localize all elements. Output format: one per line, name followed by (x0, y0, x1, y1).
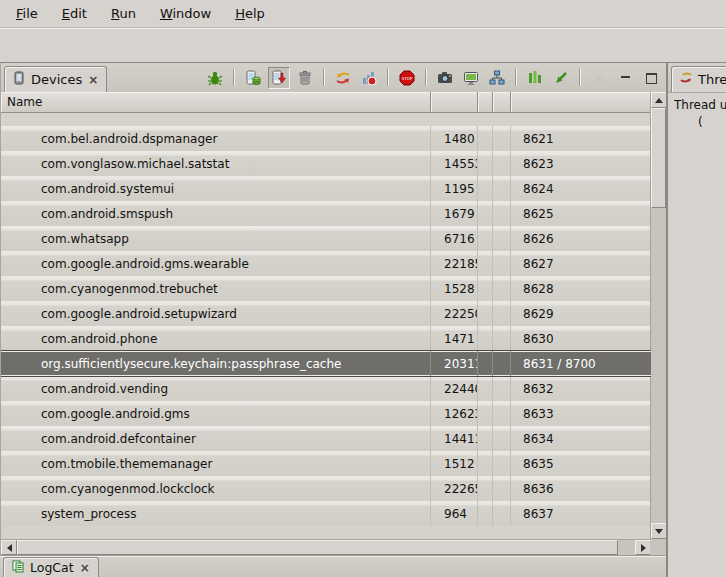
process-port: 8627 (511, 251, 651, 276)
process-spacer-2 (493, 401, 511, 426)
vertical-scroll-thumb[interactable] (651, 108, 666, 208)
screen-capture-icon[interactable] (434, 67, 456, 89)
process-row[interactable]: com.android.defcontainer 14411 8634 (1, 426, 651, 451)
menu-file[interactable]: File (6, 3, 48, 24)
process-name: com.whatsapp (1, 226, 431, 251)
process-name: com.tmobile.thememanager (1, 451, 431, 476)
threads-message-line-2: ( (698, 115, 703, 129)
minimize-icon[interactable] (614, 67, 636, 89)
process-port: 8637 (511, 501, 651, 526)
close-icon[interactable]: × (87, 73, 99, 87)
scrollbar-corner (650, 539, 666, 555)
tab-devices[interactable]: Devices × (4, 66, 107, 92)
scroll-left-button[interactable] (1, 540, 17, 555)
process-row[interactable]: com.android.vending 22440 8632 (1, 376, 651, 401)
dump-view-hierarchy-icon[interactable] (486, 67, 508, 89)
process-pid: 14553 (431, 151, 478, 176)
stop-process-icon[interactable]: STOP (396, 67, 418, 89)
process-row[interactable]: com.android.systemui 1195 8624 (1, 176, 651, 201)
cause-gc-icon[interactable] (294, 67, 316, 89)
process-spacer-2 (493, 276, 511, 301)
menu-edit[interactable]: Edit (52, 3, 97, 24)
process-row[interactable]: com.google.android.setupwizard 22250 862… (1, 301, 651, 326)
update-threads-icon[interactable] (332, 67, 354, 89)
process-row[interactable]: system_process 964 8637 (1, 501, 651, 526)
process-pid: 1480 (431, 126, 478, 151)
process-pid: 1528 (431, 276, 478, 301)
process-spacer-1 (478, 176, 493, 201)
process-row[interactable]: com.tmobile.thememanager 1512 8635 (1, 451, 651, 476)
view-menu-icon[interactable]: ▽ (588, 67, 610, 89)
process-port: 8626 (511, 226, 651, 251)
process-name: com.android.defcontainer (1, 426, 431, 451)
process-name: system_process (1, 501, 431, 526)
scroll-right-button[interactable] (635, 540, 651, 555)
horizontal-scrollbar[interactable] (1, 539, 651, 555)
process-spacer-1 (478, 351, 493, 376)
process-port: 8631 / 8700 (511, 351, 651, 376)
process-pid: 14411 (431, 426, 478, 451)
process-spacer-1 (478, 376, 493, 401)
systrace-icon[interactable] (524, 67, 546, 89)
stop-method-profiling-icon[interactable] (358, 67, 380, 89)
menu-run[interactable]: Run (101, 3, 146, 24)
process-port: 8624 (511, 176, 651, 201)
process-spacer-2 (493, 151, 511, 176)
process-row[interactable]: com.vonglasow.michael.satstat 14553 8623 (1, 151, 651, 176)
process-row[interactable]: com.whatsapp 6716 8626 (1, 226, 651, 251)
process-port: 8633 (511, 401, 651, 426)
threads-message-line-1: Thread up (674, 98, 726, 112)
update-heap-icon[interactable] (242, 67, 264, 89)
process-row[interactable]: com.android.smspush 1679 8625 (1, 201, 651, 226)
menu-help[interactable]: Help (225, 3, 275, 24)
toolbar-separator (323, 69, 325, 86)
process-pid: 22250 (431, 301, 478, 326)
debug-process-icon[interactable] (204, 67, 226, 89)
process-spacer-2 (493, 426, 511, 451)
column-header-spacer-2[interactable] (493, 92, 511, 112)
process-row[interactable]: org.sufficientlysecure.keychain:passphra… (1, 351, 651, 376)
process-spacer-2 (493, 201, 511, 226)
process-name: com.vonglasow.michael.satstat (1, 151, 431, 176)
process-pid: 22185 (431, 251, 478, 276)
process-name: com.google.android.setupwizard (1, 301, 431, 326)
process-port: 8632 (511, 376, 651, 401)
process-name: com.google.android.gms.wearable (1, 251, 431, 276)
toolbar-separator (579, 69, 581, 86)
column-header-port[interactable] (511, 92, 651, 112)
process-name: com.cyanogenmod.lockclock (1, 476, 431, 501)
process-port: 8635 (511, 451, 651, 476)
column-header-spacer-1[interactable] (478, 92, 493, 112)
ddms-window: File Edit Run Window Help Devices × (0, 0, 726, 577)
scroll-up-button[interactable] (651, 92, 667, 108)
process-pid: 1679 (431, 201, 478, 226)
process-row[interactable]: com.bel.android.dspmanager 1480 8621 (1, 126, 651, 151)
process-spacer-2 (493, 351, 511, 376)
tab-logcat[interactable]: LogCat × (3, 557, 99, 577)
scroll-down-button[interactable] (651, 523, 667, 539)
capture-video-icon[interactable] (460, 67, 482, 89)
process-row[interactable]: com.cyanogenmod.trebuchet 1528 8628 (1, 276, 651, 301)
tab-threads[interactable]: Threads × (671, 66, 726, 92)
process-name: com.cyanogenmod.trebuchet (1, 276, 431, 301)
start-opengl-trace-icon[interactable] (550, 67, 572, 89)
dump-hprof-icon[interactable] (268, 67, 290, 89)
process-port: 8634 (511, 426, 651, 451)
process-row[interactable]: com.android.phone 1471 8630 (1, 326, 651, 351)
vertical-scrollbar[interactable] (650, 92, 666, 539)
menu-window[interactable]: Window (150, 3, 221, 24)
column-header-name[interactable]: Name (1, 92, 431, 112)
process-row[interactable]: com.cyanogenmod.lockclock 22265 8636 (1, 476, 651, 501)
process-row[interactable]: com.google.android.gms 12623 8633 (1, 401, 651, 426)
maximize-icon[interactable] (640, 67, 662, 89)
process-spacer-1 (478, 251, 493, 276)
column-header-pid[interactable] (431, 92, 478, 112)
process-spacer-1 (478, 451, 493, 476)
process-row[interactable]: com.google.android.gms.wearable 22185 86… (1, 251, 651, 276)
close-icon[interactable]: × (79, 561, 91, 575)
process-spacer-2 (493, 451, 511, 476)
process-spacer-1 (478, 501, 493, 526)
toolbar-separator (387, 69, 389, 86)
threads-tab-label: Threads (698, 72, 726, 87)
horizontal-scroll-thumb[interactable] (17, 540, 618, 555)
